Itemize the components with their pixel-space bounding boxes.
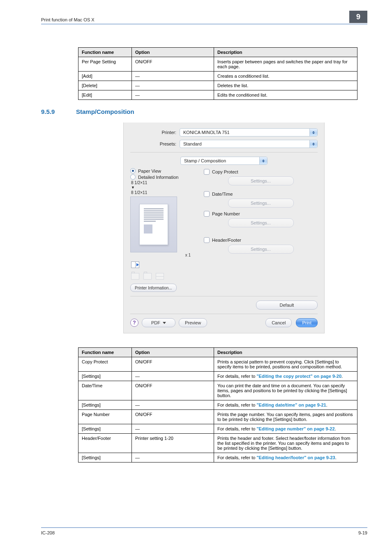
section-title: Stamp/Composition	[76, 108, 134, 115]
paper-size-text: 8 1/2×11	[131, 190, 198, 195]
link[interactable]: "Editing page number" on page 9-22	[256, 426, 334, 431]
table-row: Copy Protect ON/OFF Prints a special pat…	[78, 357, 357, 372]
pdf-label: PDF	[151, 320, 160, 325]
fold-icon	[155, 272, 165, 280]
printer-label: Printer:	[130, 130, 180, 135]
punch-icon	[143, 272, 152, 280]
page-header: Print function of Mac OS X	[41, 17, 367, 34]
chevron-down-icon	[163, 322, 166, 324]
radio-paper-view[interactable]: Paper View	[130, 168, 198, 173]
copy-protect-block: Copy Protect Settings...	[204, 169, 318, 185]
cell-func: Per Page Setting	[78, 57, 132, 72]
scale-text: x 1	[130, 253, 198, 257]
pane-popup[interactable]: Stamp / Composition	[180, 157, 267, 165]
table-row: Date/Time ON/OFF You can print the date …	[78, 381, 357, 400]
cancel-button[interactable]: Cancel	[265, 318, 292, 327]
cell-opt: Printer setting 1-20	[132, 434, 214, 453]
table-row: [Settings] — For details, refer to "Edit…	[78, 424, 357, 434]
copy-protect-settings-button[interactable]: Settings...	[228, 176, 294, 185]
paper-size-text: 8 1/2×11	[131, 180, 198, 185]
cell-desc: Inserts paper between pages and switches…	[214, 57, 357, 72]
checkbox-label: Date/Time	[212, 192, 233, 197]
date-time-settings-button[interactable]: Settings...	[228, 199, 294, 208]
help-button[interactable]: ?	[130, 319, 138, 327]
popup-arrow-icon	[309, 129, 317, 136]
page-number-checkbox[interactable]: Page Number	[204, 211, 318, 217]
print-button[interactable]: Print	[296, 318, 318, 327]
cell-func: [Settings]	[78, 453, 132, 462]
checkbox-icon	[204, 169, 210, 175]
presets-value: Standard	[180, 141, 202, 146]
pdf-popup-button[interactable]: PDF	[142, 318, 175, 327]
booklet-arrow-icon	[130, 261, 140, 269]
checkbox-label: Page Number	[212, 211, 240, 216]
table-row: [Edit] — Edits the conditioned list.	[78, 90, 357, 100]
header-footer-settings-button[interactable]: Settings...	[228, 245, 294, 254]
default-button[interactable]: Default	[256, 301, 318, 310]
cell-opt: —	[132, 453, 214, 462]
printer-popup[interactable]: KONICA MINOLTA 751	[180, 128, 318, 136]
cell-desc: For details, refer to "Editing page numb…	[214, 424, 357, 434]
presets-popup[interactable]: Standard	[180, 140, 318, 148]
link[interactable]: "Editing date/time" on page 9-21	[256, 402, 326, 407]
cell-desc: Prints a special pattern to prevent copy…	[214, 357, 357, 372]
table-row: [Delete] — Deletes the list.	[78, 81, 357, 90]
table-row: [Settings] — For details, refer to "Edit…	[78, 453, 357, 462]
radio-label: Paper View	[138, 169, 161, 173]
cell-desc: Prints the header and footer. Select hea…	[214, 434, 357, 453]
link[interactable]: "Editing header/footer" on page 9-23	[256, 455, 335, 460]
page-number-settings-button[interactable]: Settings...	[228, 218, 294, 227]
cell-opt: ON/OFF	[132, 57, 214, 72]
page-icon	[139, 204, 168, 245]
cell-func: [Delete]	[78, 81, 132, 90]
table-per-page: Function name Option Description Per Pag…	[78, 47, 357, 100]
copy-protect-checkbox[interactable]: Copy Protect	[204, 169, 318, 175]
checkbox-icon	[204, 237, 210, 243]
th-description: Description	[214, 48, 357, 57]
preview-button[interactable]: Preview	[179, 318, 207, 327]
pane-value: Stamp / Composition	[181, 158, 226, 163]
radio-on-icon	[130, 168, 136, 173]
table-row: Header/Footer Printer setting 1-20 Print…	[78, 434, 357, 453]
cell-desc: Edits the conditioned list.	[214, 90, 357, 100]
th-option: Option	[132, 348, 214, 357]
cell-desc: Prints the page number. You can specify …	[214, 410, 357, 424]
th-description: Description	[214, 348, 357, 357]
cell-desc: For details, refer to "Editing the copy …	[214, 372, 357, 381]
cell-opt: —	[132, 424, 214, 434]
cell-opt: —	[132, 400, 214, 410]
date-time-block: Date/Time Settings...	[204, 191, 318, 208]
date-time-checkbox[interactable]: Date/Time	[204, 191, 318, 197]
cell-func: [Settings]	[78, 400, 132, 410]
page-footer: IC-208 9-19	[41, 527, 367, 535]
popup-arrow-icon	[309, 140, 317, 148]
cell-func: [Edit]	[78, 90, 132, 100]
cell-desc: For details, refer to "Editing date/time…	[214, 400, 357, 410]
cell-func: Date/Time	[78, 381, 132, 400]
page-number-block: Page Number Settings...	[204, 211, 318, 227]
staple-icon	[130, 272, 140, 280]
header-footer-block: Header/Footer Settings...	[204, 237, 318, 254]
header-footer-checkbox[interactable]: Header/Footer	[204, 237, 318, 243]
cell-opt: ON/OFF	[132, 357, 214, 372]
th-function: Function name	[78, 48, 132, 57]
cell-func: [Settings]	[78, 424, 132, 434]
cell-opt: —	[132, 372, 214, 381]
checkbox-label: Header/Footer	[212, 238, 241, 243]
popup-arrow-icon	[259, 157, 267, 164]
cell-desc: Creates a conditioned list.	[214, 72, 357, 81]
th-function: Function name	[78, 348, 132, 357]
presets-label: Presets:	[130, 141, 180, 146]
link[interactable]: "Editing the copy protect" on page 9-20	[256, 374, 341, 379]
printer-information-button[interactable]: Printer Information...	[130, 284, 177, 292]
cell-desc: Deletes the list.	[214, 81, 357, 90]
table-stamp-composition: Function name Option Description Copy Pr…	[78, 347, 357, 462]
checkbox-icon	[204, 211, 210, 217]
paper-preview	[130, 197, 177, 252]
checkbox-label: Copy Protect	[212, 169, 238, 174]
table-row: [Settings] — For details, refer to "Edit…	[78, 400, 357, 410]
header-left-text: Print function of Mac OS X	[41, 17, 95, 22]
cell-func: [Settings]	[78, 372, 132, 381]
radio-detailed-info[interactable]: Detailed Information	[130, 174, 198, 180]
cell-opt: ON/OFF	[132, 410, 214, 424]
